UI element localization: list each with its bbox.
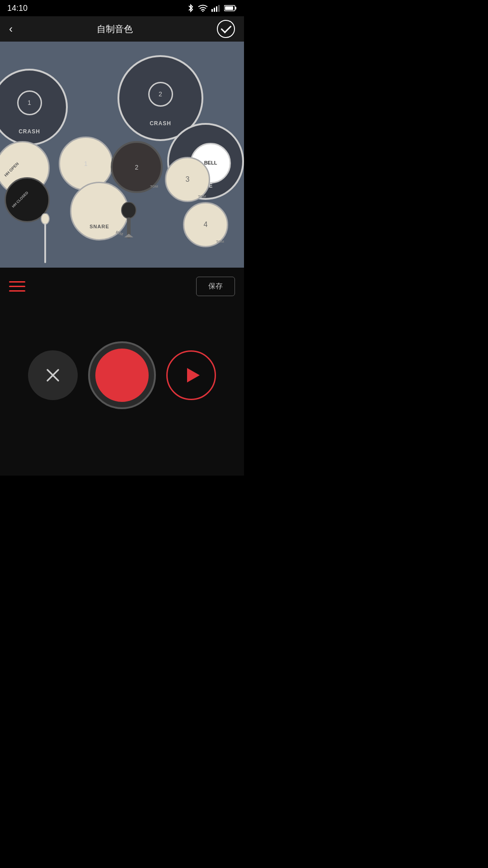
- play-button[interactable]: [166, 350, 216, 400]
- page-title: 自制音色: [97, 23, 133, 35]
- menu-line-3: [9, 290, 25, 292]
- discard-button[interactable]: [28, 350, 78, 400]
- svg-rect-2: [214, 8, 215, 12]
- svg-rect-3: [216, 6, 217, 12]
- tom4-pad[interactable]: 4 TOM: [183, 202, 228, 247]
- signal-icon: [211, 5, 221, 12]
- svg-rect-1: [211, 9, 213, 12]
- svg-rect-6: [235, 7, 236, 9]
- record-indicator: [95, 349, 149, 402]
- battery-icon: [224, 5, 237, 11]
- bluetooth-icon: [187, 4, 194, 13]
- menu-line-2: [9, 286, 25, 287]
- crash1-inner-ring: 1: [17, 90, 42, 115]
- bass-pedal: [120, 202, 138, 240]
- tom2-pad[interactable]: 2 TOM: [111, 141, 163, 193]
- svg-rect-9: [44, 223, 46, 263]
- snare-label: SNARE: [89, 224, 109, 229]
- drum-kit-area: 1 CRASH 2 CRASH BELL RIDE HH OPEN HH CLO…: [0, 42, 244, 268]
- status-icons: [187, 4, 237, 13]
- crash2-inner-ring: 2: [148, 82, 173, 107]
- confirm-button[interactable]: [217, 20, 235, 38]
- svg-marker-15: [187, 368, 200, 382]
- tom2-label: TOM: [150, 184, 158, 189]
- header: ‹ 自制音色: [0, 16, 244, 42]
- back-button[interactable]: ‹: [9, 23, 13, 35]
- menu-button[interactable]: [9, 281, 25, 292]
- x-icon: [43, 365, 63, 385]
- crash1-number: 1: [28, 99, 31, 106]
- tom1-number: 1: [84, 160, 88, 167]
- hh-open-label: HH OPEN: [3, 161, 19, 178]
- transport-controls: [9, 341, 235, 409]
- crash1-label: CRASH: [19, 128, 40, 135]
- status-bar: 14:10: [0, 0, 244, 16]
- control-top-bar: 保存: [9, 277, 235, 296]
- crash2-number: 2: [159, 90, 162, 98]
- tom3-number: 3: [186, 175, 190, 184]
- wifi-icon: [198, 5, 208, 12]
- bell-label: BELL: [204, 160, 217, 165]
- hh-stick: [41, 213, 50, 263]
- svg-marker-12: [124, 234, 133, 237]
- record-button[interactable]: [88, 341, 156, 409]
- menu-line-1: [9, 281, 25, 283]
- tom4-number: 4: [204, 221, 208, 229]
- crash2-label: CRASH: [150, 120, 171, 127]
- tom4-label: TOM: [216, 240, 224, 244]
- svg-rect-4: [218, 5, 220, 12]
- save-button[interactable]: 保存: [196, 277, 235, 296]
- svg-point-8: [41, 213, 49, 224]
- tom3-label: TOM: [198, 194, 206, 198]
- tom3-pad[interactable]: 3 TOM: [165, 157, 210, 202]
- hh-closed-label: HH CLOSED: [11, 191, 29, 209]
- control-area: 保存: [0, 268, 244, 476]
- play-icon: [183, 366, 202, 384]
- svg-point-0: [202, 11, 204, 12]
- svg-rect-7: [225, 6, 233, 10]
- svg-point-10: [122, 202, 136, 218]
- crash1-pad[interactable]: 1 CRASH: [0, 69, 68, 146]
- status-time: 14:10: [7, 4, 28, 13]
- tom2-number: 2: [135, 164, 139, 171]
